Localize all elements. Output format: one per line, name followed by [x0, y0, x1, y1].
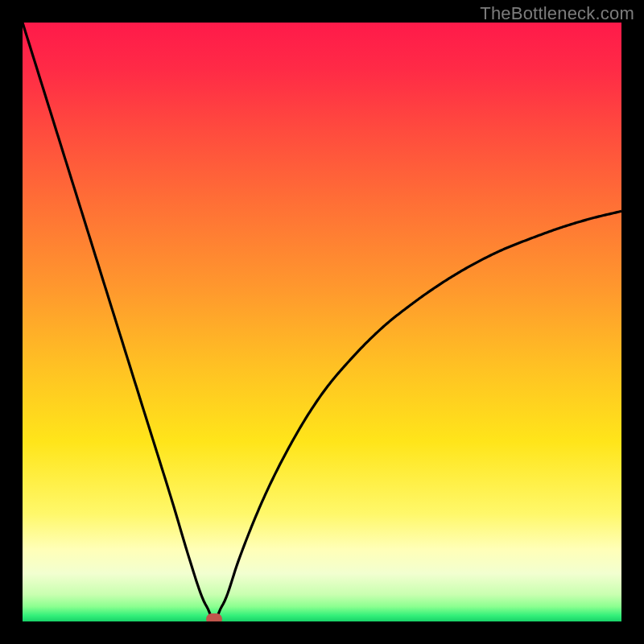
curve-path	[23, 23, 621, 621]
attribution-text: TheBottleneck.com	[480, 3, 634, 24]
minimum-marker	[206, 613, 222, 621]
chart-frame: TheBottleneck.com	[0, 0, 644, 644]
plot-area	[23, 23, 621, 621]
bottleneck-curve	[23, 23, 621, 621]
